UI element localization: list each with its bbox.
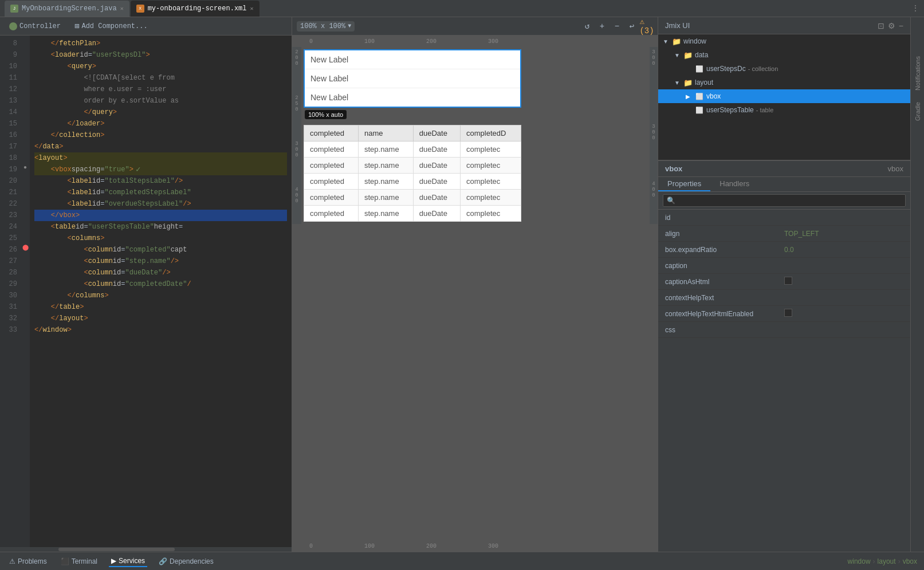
tree-item-layout[interactable]: ▼ 📁 layout [658, 76, 910, 89]
tree-label-window: window [683, 37, 706, 45]
prop-align[interactable]: align TOP_LEFT [658, 226, 910, 242]
tree-label-vbox: vbox [706, 92, 721, 100]
props-component-id: vbox [888, 164, 903, 173]
tree-item-userStepsDc[interactable]: ⬜ userStepsDc - collection [658, 62, 910, 76]
bottom-tab-problems[interactable]: ⚠ Problems [7, 556, 49, 567]
tab-java[interactable]: J MyOnboardingScreen.java ✕ [5, 1, 129, 17]
preview-content[interactable]: 200 250 300 400 New Label New Label New … [292, 47, 658, 540]
checkbox-caption-html[interactable] [784, 277, 792, 285]
preview-table-container: completed name dueDate completedD comple… [304, 125, 521, 222]
prop-caption[interactable]: caption [658, 258, 910, 274]
checkbox-context-help-html[interactable] [784, 309, 792, 317]
preview-vbox: New Label New Label New Label 100% x aut… [304, 49, 521, 108]
editor-toolbar: Controller ⊞ Add Component... [0, 17, 292, 36]
zoom-out-icon[interactable]: − [611, 20, 623, 33]
prop-id[interactable]: id [658, 210, 910, 226]
tree-label-userStepsTable: userStepsTable [706, 106, 754, 114]
props-search-input[interactable] [663, 194, 906, 207]
problems-icon: ⚠ [9, 557, 15, 565]
breadcrumb-sep-2: › [898, 557, 901, 565]
breadcrumb-window[interactable]: window [848, 557, 871, 565]
zoom-control[interactable]: 100% x 100% ▼ [297, 21, 355, 32]
prop-value-caption-html [784, 277, 903, 286]
props-search [658, 192, 910, 210]
preview-canvas-area: New Label New Label New Label 100% x aut… [301, 47, 650, 224]
tree-arrow: ▼ [663, 38, 672, 45]
prop-value-box-expand: 0.0 [784, 246, 903, 254]
tab-properties[interactable]: Properties [658, 177, 710, 191]
preview-icons: ↺ + − ↩ ⚠ (3) [581, 20, 653, 33]
prop-box-expand[interactable]: box.expandRatio 0.0 [658, 242, 910, 258]
terminal-label: Terminal [72, 557, 97, 565]
services-label: Services [119, 557, 145, 565]
zoom-in-icon[interactable]: + [596, 20, 608, 33]
prop-name-context-help: contextHelpText [665, 294, 784, 302]
bottom-tab-services[interactable]: ▶ Services [109, 556, 147, 567]
add-component-btn[interactable]: ⊞ Add Component... [70, 20, 152, 32]
add-component-label: Add Component... [81, 22, 147, 30]
prop-css[interactable]: css [658, 322, 910, 338]
prop-name-caption: caption [665, 262, 784, 270]
dependencies-icon: 🔗 [159, 557, 167, 565]
preview-label-1: New Label [305, 50, 520, 69]
code-line-32: </layout> [34, 313, 287, 324]
code-line-16: </collection> [34, 129, 287, 141]
tree-item-window[interactable]: ▼ 📁 window [658, 34, 910, 48]
code-line-8: </fetchPlan> [34, 38, 287, 49]
tab-xml-close[interactable]: ✕ [250, 5, 254, 12]
warning-icon: ⚠ (3) [640, 20, 653, 33]
tree-item-data[interactable]: ▼ 📁 data [658, 48, 910, 62]
folder-icon: 📁 [683, 78, 693, 87]
th-completedd: completedD [461, 125, 521, 141]
bottom-tab-terminal[interactable]: ⬛ Terminal [58, 556, 100, 567]
more-icon[interactable]: ⋮ [911, 3, 919, 13]
line-numbers: 89101112 1314151617 1819202122 232425262… [0, 36, 21, 547]
zoom-chevron[interactable]: ▼ [348, 23, 351, 29]
settings-icon[interactable]: ⚙ [888, 21, 895, 30]
component-icon: ⬜ [695, 105, 704, 115]
prop-context-help[interactable]: contextHelpText [658, 290, 910, 306]
code-line-21: <label id="completedStepsLabel" [34, 187, 287, 198]
prop-name-align: align [665, 230, 784, 238]
refresh-icon[interactable]: ↺ [581, 20, 593, 33]
tab-xml[interactable]: X my-onboarding-screen.xml ✕ [131, 1, 259, 17]
horizontal-scrollbar[interactable] [0, 547, 292, 552]
tab-handlers[interactable]: Handlers [710, 177, 758, 191]
table-row: completed step.name dueDate completec [304, 141, 521, 158]
props-tabs: Properties Handlers [658, 177, 910, 192]
services-icon: ▶ [111, 557, 116, 565]
breadcrumb-sep-1: › [873, 557, 875, 565]
code-editor[interactable]: 89101112 1314151617 1819202122 232425262… [0, 36, 292, 547]
tree-item-vbox[interactable]: ▶ ⬜ vbox [658, 89, 910, 103]
prop-name-box-expand: box.expandRatio [665, 246, 784, 254]
folder-icon: 📁 [683, 50, 693, 60]
title-bar: J MyOnboardingScreen.java ✕ X my-onboard… [0, 0, 924, 17]
table-row: completed step.name dueDate completec [304, 174, 521, 190]
prop-context-help-html[interactable]: contextHelpTextHtmlEnabled [658, 306, 910, 322]
controller-label: Controller [19, 22, 61, 30]
ruler-bottom: 0 100 200 300 [292, 540, 658, 552]
breadcrumb-layout[interactable]: layout [878, 557, 896, 565]
bottom-tab-dependencies[interactable]: 🔗 Dependencies [156, 556, 216, 567]
properties-panel: vbox vbox Properties Handlers id align T… [658, 160, 910, 378]
code-content[interactable]: </fetchPlan> <loader id="userStepsDl"> <… [30, 36, 292, 547]
minimize-icon[interactable]: − [899, 21, 903, 30]
prop-caption-html[interactable]: captionAsHtml [658, 274, 910, 290]
side-tabs: Notifications Gradle [910, 17, 924, 552]
code-line-29: <column id="completedDate"/ [34, 278, 287, 290]
code-line-14: </query> [34, 107, 287, 118]
code-line-33: </window> [34, 324, 287, 336]
tree-arrow: ▼ [674, 80, 683, 86]
tab-java-close[interactable]: ✕ [120, 5, 124, 12]
tree-item-userStepsTable[interactable]: ⬜ userStepsTable - table [658, 103, 910, 117]
side-tab-gradle[interactable]: Gradle [912, 97, 923, 125]
main-area: Controller ⊞ Add Component... 89101112 1… [0, 17, 924, 552]
controller-icon [9, 22, 17, 30]
side-tab-notifications[interactable]: Notifications [912, 52, 923, 95]
expand-icon[interactable]: ⊡ [878, 21, 884, 30]
code-line-27: <column id="step.name"/> [34, 255, 287, 267]
zoom-label: 100% x 100% [300, 22, 345, 30]
breadcrumb-vbox[interactable]: vbox [903, 557, 917, 565]
undo-icon[interactable]: ↩ [626, 20, 638, 33]
controller-btn[interactable]: Controller [5, 21, 65, 32]
